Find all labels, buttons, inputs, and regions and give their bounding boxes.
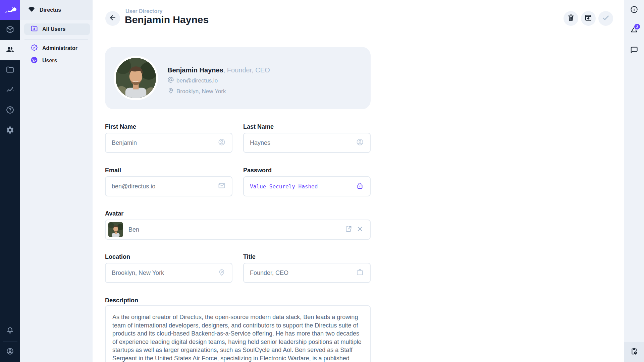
sidebar-item-administrator[interactable]: Administrator bbox=[24, 42, 90, 54]
folder-icon bbox=[6, 65, 14, 75]
module-content[interactable] bbox=[0, 20, 20, 40]
avatar-input[interactable]: Ben bbox=[105, 220, 371, 240]
profile-role: , Founder, CEO bbox=[223, 66, 270, 74]
verified-badge-icon bbox=[30, 44, 38, 53]
module-files[interactable] bbox=[0, 60, 20, 80]
cube-icon bbox=[6, 25, 14, 35]
at-email-icon bbox=[167, 76, 174, 85]
account-circle-icon bbox=[356, 138, 364, 148]
password-value: Value Securely Hashed bbox=[250, 183, 356, 190]
close-icon[interactable] bbox=[356, 225, 364, 235]
face-icon bbox=[30, 56, 38, 65]
users-icon bbox=[6, 45, 14, 55]
profile-name: Benjamin Haynes bbox=[167, 66, 223, 74]
avatar-file-name: Ben bbox=[128, 226, 344, 233]
first-name-label: First Name bbox=[105, 123, 232, 130]
arrow-left-icon bbox=[109, 14, 117, 23]
last-name-label: Last Name bbox=[243, 123, 371, 130]
first-name-input[interactable]: Benjamin bbox=[105, 133, 232, 153]
location-input[interactable]: Brooklyn, New York bbox=[105, 263, 232, 283]
open-in-new-icon[interactable] bbox=[344, 225, 353, 235]
project-switcher[interactable]: Directus bbox=[20, 0, 93, 20]
email-label: Email bbox=[105, 167, 232, 174]
profile-card: Benjamin Haynes, Founder, CEO ben@direct… bbox=[105, 47, 371, 109]
nav-divider bbox=[24, 39, 88, 40]
sidebar-detail-button[interactable] bbox=[624, 342, 644, 362]
last-name-input[interactable]: Haynes bbox=[243, 133, 371, 153]
directus-rabbit-icon bbox=[4, 4, 16, 16]
comments-sidebar-button[interactable] bbox=[624, 40, 644, 60]
avatar-thumbnail bbox=[108, 222, 123, 237]
sidebar-item-users[interactable]: Users bbox=[24, 55, 90, 67]
description-textarea[interactable]: As the original creator of Directus, the… bbox=[105, 305, 371, 362]
profile-location: Brooklyn, New York bbox=[176, 88, 226, 95]
delete-button[interactable] bbox=[564, 11, 578, 26]
profile-location-row: Brooklyn, New York bbox=[167, 87, 270, 96]
description-label: Description bbox=[105, 297, 371, 304]
account-circle-icon bbox=[6, 347, 14, 357]
briefcase-icon bbox=[356, 268, 364, 278]
title-label: Title bbox=[243, 253, 371, 260]
revisions-sidebar-button[interactable] bbox=[624, 20, 644, 40]
header-actions bbox=[564, 11, 613, 26]
sidebar-item-label: All Users bbox=[42, 26, 65, 32]
insights-icon bbox=[6, 85, 14, 96]
app-frame: Directus All Users Administrator bbox=[0, 0, 644, 362]
profile-email: ben@directus.io bbox=[176, 77, 218, 84]
first-name-value: Benjamin bbox=[112, 139, 218, 146]
project-fan-icon bbox=[28, 5, 36, 15]
module-settings[interactable] bbox=[0, 121, 20, 141]
back-button[interactable] bbox=[105, 11, 120, 26]
map-pin-icon bbox=[218, 268, 226, 278]
account-button[interactable] bbox=[0, 342, 20, 362]
navigation-sidebar: Directus All Users Administrator bbox=[20, 0, 93, 362]
map-pin-icon bbox=[167, 87, 174, 96]
location-value: Brooklyn, New York bbox=[112, 269, 218, 277]
sidebar-item-label: Administrator bbox=[42, 45, 77, 51]
archive-icon bbox=[584, 14, 592, 23]
profile-card-text: Benjamin Haynes, Founder, CEO ben@direct… bbox=[167, 66, 270, 96]
breadcrumb[interactable]: User Directory bbox=[125, 8, 162, 14]
save-button[interactable] bbox=[598, 11, 613, 26]
module-bar bbox=[0, 0, 20, 362]
module-docs[interactable] bbox=[0, 101, 20, 121]
notifications-button[interactable] bbox=[0, 321, 20, 341]
info-sidebar-button[interactable] bbox=[624, 0, 644, 20]
help-icon bbox=[6, 106, 14, 116]
profile-email-row: ben@directus.io bbox=[167, 76, 270, 85]
avatar-label: Avatar bbox=[105, 210, 371, 217]
directus-logo-button[interactable] bbox=[0, 0, 20, 20]
location-label: Location bbox=[105, 253, 232, 260]
page-title: Benjamin Haynes bbox=[125, 14, 209, 25]
project-name: Directus bbox=[40, 7, 61, 13]
info-icon bbox=[630, 5, 638, 15]
email-input[interactable]: ben@directus.io bbox=[105, 176, 232, 196]
archive-button[interactable] bbox=[581, 11, 596, 26]
comment-icon bbox=[630, 46, 638, 55]
email-value: ben@directus.io bbox=[112, 183, 218, 190]
description-text: As the original creator of Directus, the… bbox=[112, 314, 361, 362]
check-icon bbox=[601, 13, 610, 23]
envelope-icon bbox=[218, 182, 226, 191]
sidebar-item-label: Users bbox=[42, 58, 57, 64]
trash-icon bbox=[567, 14, 575, 23]
last-name-value: Haynes bbox=[250, 139, 356, 146]
avatar bbox=[114, 56, 158, 100]
module-user-directory[interactable] bbox=[0, 40, 20, 60]
notification-count-badge: 3 bbox=[634, 23, 641, 30]
title-input[interactable]: Founder, CEO bbox=[243, 263, 371, 283]
title-value: Founder, CEO bbox=[250, 269, 356, 277]
bell-icon bbox=[6, 326, 14, 336]
folder-user-icon bbox=[30, 24, 38, 34]
clipboard-clock-icon bbox=[630, 347, 638, 357]
password-input[interactable]: Value Securely Hashed bbox=[243, 176, 371, 196]
password-label: Password bbox=[243, 167, 371, 174]
settings-icon bbox=[6, 126, 14, 136]
account-circle-icon bbox=[218, 138, 226, 148]
lock-icon bbox=[356, 182, 364, 191]
sidebar-item-all-users[interactable]: All Users bbox=[24, 23, 90, 35]
module-insights[interactable] bbox=[0, 80, 20, 101]
right-sidebar bbox=[624, 0, 644, 362]
